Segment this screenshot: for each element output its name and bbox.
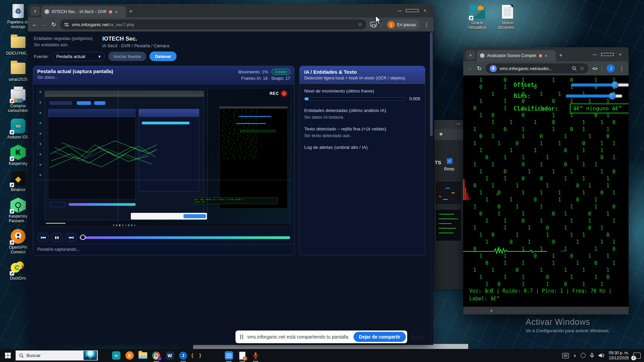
site-settings-icon[interactable] (64, 22, 69, 27)
capture-subtitle: Sin datos... (37, 75, 113, 80)
action-center-icon[interactable]: 2 (633, 353, 641, 359)
timeline-thumb[interactable] (80, 235, 86, 240)
fragment-titlebar: — (434, 120, 463, 129)
offset-slider[interactable] (571, 83, 629, 86)
devtools-icon[interactable]: <> (592, 66, 597, 71)
bookmark-star-icon[interactable]: ☆ (580, 65, 584, 71)
address-bar[interactable]: vms.inforganic.net/ia_sec7.php ☆ (60, 19, 366, 29)
forward-button[interactable]: → (42, 21, 47, 28)
taskbar-icon-audio-app[interactable]: J (176, 349, 190, 362)
pause-bars-icon (240, 335, 243, 339)
offset-label: Offset: (514, 81, 564, 88)
audio-controls: Offset: Bins: Clasificador: â€” ninguno … (514, 81, 629, 113)
timeline-slider[interactable] (79, 236, 290, 239)
taskbar-icon-arduino[interactable]: ∞ (109, 349, 123, 362)
icon-label: Arduino IDE (7, 135, 29, 139)
tab-close-icon[interactable]: × (115, 9, 117, 14)
tab-search-button[interactable]: ∨ (466, 50, 475, 60)
close-button[interactable]: × (419, 8, 431, 13)
ime-icon[interactable] (581, 353, 586, 358)
rec-dot-icon (282, 91, 286, 96)
reload-button[interactable]: ↻ (51, 21, 56, 28)
minimize-icon[interactable]: — (457, 121, 461, 126)
taskbar-clock[interactable]: 09:30 p. m. 13/12/2025 (609, 351, 629, 361)
taskbar-icon-chrome[interactable] (150, 349, 163, 362)
taskbar-icon-audio-app-2[interactable]: ( ) (190, 349, 203, 362)
alert-log-group: Log de alertas (umbral alto / IA) (304, 145, 420, 150)
icon-label: DuckDns (10, 276, 26, 281)
page-scrollbar[interactable] (429, 32, 433, 345)
window-controls: — × (393, 5, 431, 16)
bins-slider[interactable] (566, 95, 622, 98)
beep-checkbox[interactable]: ✓ (447, 158, 452, 164)
address-bar[interactable]: vms.inforganic.net/audio... ☆ (486, 63, 588, 73)
minimize-button[interactable]: — (588, 52, 601, 57)
tab-search-button[interactable]: ∨ (31, 6, 40, 16)
mini-matrix-window: 1 0 1 1 0 1 1 0 1 1 0 1 0 1 1 0 1 1 1 0 … (219, 106, 288, 208)
pause-button[interactable]: ▮▮ (51, 233, 63, 242)
skip-back-button[interactable]: ▮◀◀ (37, 233, 49, 242)
chevron-up-icon[interactable]: ∧ (490, 308, 493, 313)
maximize-button[interactable] (601, 52, 614, 57)
capture-panel-header: Pestaña actual (captura pantalla) Sin da… (33, 66, 294, 85)
audio-tab[interactable]: Analizador Sonoro Complet × (477, 50, 556, 61)
offset-slider-thumb[interactable] (611, 81, 619, 88)
star-icon[interactable]: ★ (439, 131, 443, 137)
hide-share-bar-link[interactable]: Ocultar (410, 334, 425, 340)
source-select[interactable]: Pestaña actual ▾ (52, 52, 105, 61)
profile-avatar[interactable]: J (607, 64, 615, 72)
motion-level-value: 0.005 (409, 96, 420, 101)
bookmark-star-icon[interactable]: ☆ (358, 21, 362, 27)
start-button[interactable] (0, 349, 15, 362)
skip-forward-button[interactable]: ▶▶▮ (65, 233, 77, 242)
video-preview[interactable]: 1 0 1 1 0 1 1 0 1 1 0 1 0 1 1 0 1 1 1 0 … (37, 88, 291, 227)
tray-expand-icon[interactable]: ∧ (573, 353, 576, 358)
icon-label: Papelera de reciclaje (7, 20, 29, 29)
volume-icon[interactable] (598, 353, 604, 358)
browser-menu-icon[interactable]: ⋮ (424, 21, 429, 28)
taskbar-icon-xampp[interactable]: X (123, 349, 136, 362)
zoom-icon[interactable] (572, 66, 577, 71)
main-browser-window: ∨ IOTECH Sec. · IA Sec3 – DVR × + — × ← … (28, 4, 433, 345)
shortcut-arrow-icon: ↗ (10, 209, 14, 214)
motion-level-label: Nivel de movimiento (último frame) (304, 88, 420, 94)
taskbar-search-box[interactable]: Buscar (15, 350, 98, 361)
capture-title: Pestaña actual (captura pantalla) (37, 69, 113, 74)
taskbar-icon-document[interactable]: j (235, 349, 249, 362)
url-domain: vms.inforganic.net (72, 22, 109, 27)
browser-menu-icon[interactable]: ⋮ (619, 65, 625, 72)
taskbar-icon-panel-app[interactable] (222, 349, 235, 362)
new-tab-button[interactable]: + (559, 52, 562, 59)
rec-indicator: REC (270, 91, 286, 96)
tray-microphone-icon[interactable] (590, 353, 594, 358)
desktop-icon-nuevo-documento[interactable]: Nuevo documen... (495, 4, 520, 30)
news-widget-icon[interactable] (562, 353, 569, 358)
taskbar-icon-w-app[interactable]: W (163, 349, 176, 362)
reload-button[interactable]: ↻ (477, 65, 482, 72)
stop-sharing-button[interactable]: Dejar de compartir (354, 332, 406, 342)
close-button[interactable]: × (614, 52, 627, 57)
share-message: vms.inforganic.net está compartiendo tu … (247, 334, 350, 340)
sharing-paused-chip[interactable]: j En pausa (386, 19, 420, 29)
classifier-select[interactable]: â€” ninguno â€” ▾ (570, 104, 629, 113)
entities-empty-text: Sin entidades aún. (34, 42, 94, 48)
search-highlight-image[interactable] (84, 351, 97, 360)
back-button[interactable]: ← (32, 21, 38, 28)
main-tab[interactable]: IOTECH Sec. · IA Sec3 – DVR × (41, 6, 126, 17)
icon-label: DOCUYME... (6, 51, 30, 56)
bins-slider-thumb[interactable] (609, 93, 616, 100)
new-tab-button[interactable]: + (129, 8, 132, 15)
search-icon (19, 353, 24, 358)
recycle-bin-icon: ♻ (12, 4, 24, 18)
taskbar-icon-explorer[interactable] (136, 349, 150, 362)
maximize-button[interactable] (406, 8, 419, 13)
stop-button[interactable]: Detener (150, 52, 176, 61)
ia-subtitle: Detección ligera local + hook IA visión … (304, 76, 420, 80)
start-source-button[interactable]: Iniciar fuente (108, 52, 146, 61)
tab-close-icon[interactable]: × (545, 53, 547, 58)
mic-permission-icon[interactable] (490, 65, 497, 72)
taskbar-icon-microphone[interactable] (249, 349, 262, 362)
minimize-button[interactable]: — (393, 8, 406, 13)
back-button[interactable]: ← (467, 65, 473, 72)
desktop-icon-virtualbox[interactable]: ↗ Oracle VirtualBox (465, 4, 490, 30)
